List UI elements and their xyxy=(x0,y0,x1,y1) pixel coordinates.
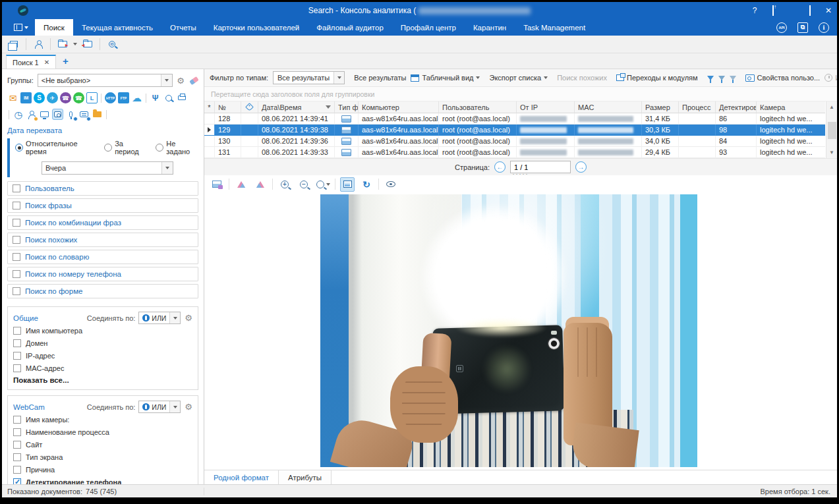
checkbox-icon[interactable] xyxy=(13,219,20,227)
viber-icon[interactable]: ☎ xyxy=(60,92,71,103)
zoom-level-button[interactable] xyxy=(316,177,330,192)
webcam-icon-selected[interactable] xyxy=(52,109,63,120)
http-icon[interactable]: HTTP xyxy=(105,92,116,103)
column-header-camera[interactable]: Камера xyxy=(757,101,825,113)
radio-not-set[interactable]: Не задано xyxy=(156,140,198,155)
column-header-tag[interactable] xyxy=(241,101,258,113)
checkbox-icon[interactable] xyxy=(13,327,21,335)
info-icon[interactable]: i xyxy=(819,22,829,33)
cloud-icon[interactable]: ☁ xyxy=(131,92,142,103)
checkbox-icon[interactable] xyxy=(13,352,21,360)
column-header-mac[interactable]: MAC xyxy=(575,101,642,113)
all-results-button[interactable]: Все результаты xyxy=(354,74,406,82)
column-header-filetype[interactable]: Тип фа xyxy=(335,101,359,113)
checkbox-site[interactable]: Сайт xyxy=(13,438,192,451)
checkbox-checked-icon[interactable] xyxy=(13,478,21,485)
message-history-button[interactable]: История переписки xyxy=(825,74,837,82)
filter-box-user[interactable]: Пользователь xyxy=(7,181,198,196)
filter-box-phrase[interactable]: Поиск фразы xyxy=(7,198,198,213)
menu-tab-current-activity[interactable]: Текущая активность xyxy=(73,19,161,36)
checkbox-icon[interactable] xyxy=(13,270,20,278)
tab-attributes[interactable]: Атрибуты xyxy=(279,470,332,484)
relative-time-dropdown[interactable]: Вчера xyxy=(42,161,173,175)
menu-tab-quarantine[interactable]: Карантин xyxy=(465,19,515,36)
filter-funnel-computer-button[interactable] xyxy=(718,76,725,80)
im-icon[interactable]: IM xyxy=(20,92,32,103)
column-header-process[interactable]: Процесс xyxy=(679,101,716,113)
close-tab-icon[interactable]: ✕ xyxy=(44,59,49,66)
table-row[interactable]: 130 08.06.2021 14:39:36 aas-w81x64ru.aas… xyxy=(204,136,825,147)
mail-icon[interactable]: ✉ xyxy=(7,92,18,103)
go-to-modules-button[interactable]: Переходы к модулям xyxy=(616,74,698,82)
checkbox-mac-address[interactable]: MAC-адрес xyxy=(13,362,192,374)
table-vertical-scrollbar[interactable]: ▲ ▼ xyxy=(826,101,837,158)
rotate-left-button[interactable] xyxy=(234,177,248,192)
whatsapp-icon[interactable]: ☎ xyxy=(73,92,84,103)
help-button[interactable]: ? xyxy=(750,6,759,15)
checkbox-icon[interactable] xyxy=(13,339,21,347)
checkbox-icon[interactable] xyxy=(13,428,21,436)
splitter-grip[interactable]: ····· xyxy=(513,171,529,177)
menu-tab-search[interactable]: Поиск xyxy=(35,19,73,36)
radio-period[interactable]: За период xyxy=(104,140,146,155)
filter-box-dictionary[interactable]: Поиск по словарю xyxy=(7,250,198,264)
user-search-button[interactable] xyxy=(32,38,45,51)
chevron-down-icon[interactable] xyxy=(169,401,180,412)
ftp-icon[interactable]: FTP xyxy=(118,92,129,103)
menu-tab-user-cards[interactable]: Карточки пользователей xyxy=(205,19,308,36)
webcam-settings-gear-icon[interactable]: ⚙ xyxy=(185,402,192,412)
filter-funnel-user-button[interactable] xyxy=(707,76,714,80)
main-menu-button[interactable] xyxy=(7,19,35,36)
monitoring-search-icon[interactable] xyxy=(163,92,174,103)
column-header-user[interactable]: Пользователь xyxy=(439,101,517,113)
telegram-icon[interactable]: ✈ xyxy=(47,92,58,103)
filter-box-form[interactable]: Поиск по форме xyxy=(7,284,198,298)
filter-funnel-add-button[interactable] xyxy=(730,76,736,80)
checkbox-computer-name[interactable]: Имя компьютера xyxy=(13,324,192,337)
column-header-num[interactable]: № xyxy=(215,101,241,113)
show-all-link[interactable]: Показать все... xyxy=(13,376,69,384)
usb-device-icon[interactable]: Ψ xyxy=(150,92,161,103)
lync-icon[interactable]: L xyxy=(86,92,98,103)
search-by-id-button[interactable]: ID xyxy=(105,38,119,51)
checkbox-screen-type[interactable]: Тип экрана xyxy=(13,451,192,463)
chevron-down-icon[interactable] xyxy=(169,312,180,323)
menu-tab-reports[interactable]: Отчеты xyxy=(161,19,205,36)
column-header-from-ip[interactable]: От IP xyxy=(517,101,575,113)
scroll-up-icon[interactable]: ▲ xyxy=(829,104,834,110)
common-settings-gear-icon[interactable]: ⚙ xyxy=(185,313,192,323)
checkbox-process-name[interactable]: Наименование процесса xyxy=(13,426,192,438)
table-row-selected[interactable]: 129 08.06.2021 14:39:38 aas-w81x64ru.aas… xyxy=(204,125,825,136)
menu-tab-profile-center[interactable]: Профайл центр xyxy=(392,19,465,36)
scrollbar-thumb[interactable] xyxy=(828,122,836,139)
checkbox-phone-detection[interactable]: Детектирование телефона xyxy=(13,476,192,484)
skype-icon[interactable]: S xyxy=(34,92,45,103)
filter-box-phrase-combination[interactable]: Поиск по комбинации фраз xyxy=(7,215,198,230)
package-sync-icon[interactable]: ⧉ xyxy=(797,22,808,33)
user-activity-icon[interactable] xyxy=(26,109,37,120)
import-query-button[interactable]: ◂ xyxy=(81,38,94,51)
checkbox-camera-name[interactable]: Имя камеры: xyxy=(13,413,192,426)
radio-relative-time[interactable]: Относительное время xyxy=(15,140,95,155)
chevron-down-icon[interactable] xyxy=(161,162,173,174)
files-folder-icon[interactable] xyxy=(92,109,103,120)
column-header-computer[interactable]: Компьютер xyxy=(359,101,439,113)
zoom-in-button[interactable]: + xyxy=(277,177,292,192)
table-row[interactable]: 131 08.06.2021 14:39:33 aas-w81x64ru.aas… xyxy=(204,147,825,158)
monitor-icon[interactable] xyxy=(39,109,50,120)
view-mode-button[interactable] xyxy=(384,177,398,192)
scroll-down-icon[interactable]: ▼ xyxy=(829,150,834,155)
checkbox-icon[interactable] xyxy=(13,416,21,424)
checkbox-icon[interactable] xyxy=(13,236,20,244)
export-query-button[interactable]: ▸ xyxy=(56,38,69,51)
tab-native-format[interactable]: Родной формат xyxy=(204,470,279,484)
column-header-size[interactable]: Размер xyxy=(642,101,679,113)
filter-box-phone-number[interactable]: Поиск по номеру телефона xyxy=(7,267,198,281)
keylogger-icon[interactable] xyxy=(78,109,90,120)
checkbox-icon[interactable] xyxy=(13,441,21,449)
webcam-snapshot-image[interactable] xyxy=(320,194,697,467)
refresh-button[interactable]: ↻ xyxy=(359,177,374,192)
checkbox-domain[interactable]: Домен xyxy=(13,337,192,349)
checkbox-icon[interactable] xyxy=(13,453,21,461)
table-view-button[interactable]: Табличный вид xyxy=(411,74,480,82)
